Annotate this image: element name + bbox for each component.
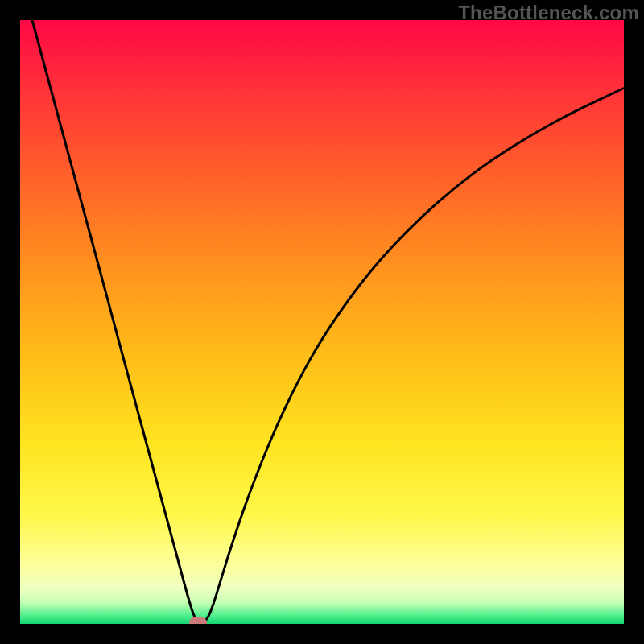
gradient-background [20, 20, 624, 624]
plot-area [20, 20, 624, 624]
watermark-text: TheBottleneck.com [458, 2, 639, 24]
chart-svg [20, 20, 624, 624]
optimum-marker [189, 617, 207, 624]
chart-frame: TheBottleneck.com [0, 0, 644, 644]
